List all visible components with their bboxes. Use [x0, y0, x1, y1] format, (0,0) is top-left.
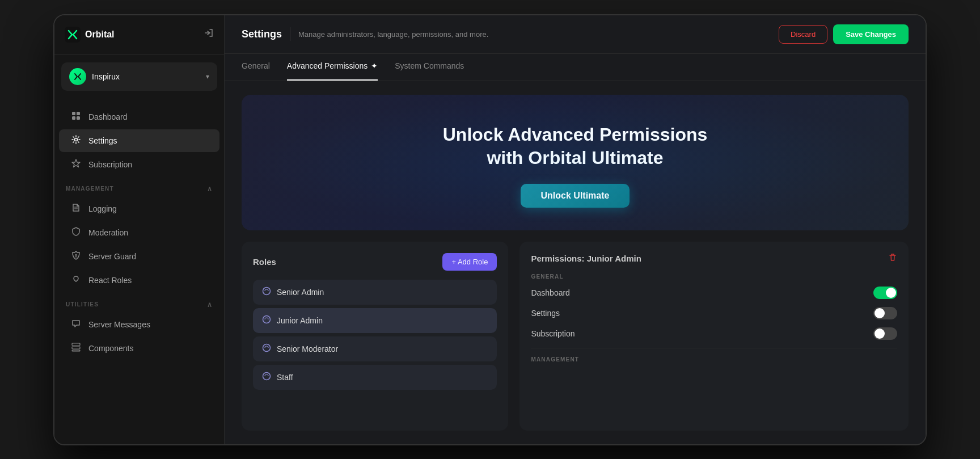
settings-icon [70, 135, 82, 146]
toggle-knob-subscription [875, 329, 885, 339]
server-avatar [69, 68, 86, 85]
permissions-panel: Permissions: Junior Admin GENERAL Dashbo… [519, 242, 909, 431]
sidebar-item-logging[interactable]: Logging [59, 197, 219, 220]
svg-point-16 [263, 372, 271, 380]
sidebar-item-subscription[interactable]: Subscription [59, 153, 219, 176]
role-name-junior-admin: Junior Admin [277, 316, 323, 325]
management-collapse-icon[interactable]: ∧ [207, 185, 213, 193]
unlock-banner: Unlock Advanced Permissionswith Orbital … [242, 95, 909, 230]
unlock-ultimate-button[interactable]: Unlock Ultimate [521, 184, 630, 208]
role-item-junior-admin[interactable]: Junior Admin [253, 308, 497, 333]
top-bar-left: Settings Manage administrators, language… [242, 27, 488, 41]
svg-rect-2 [77, 112, 80, 115]
svg-rect-1 [72, 112, 75, 115]
tab-general[interactable]: General [242, 54, 270, 81]
page-body: Unlock Advanced Permissionswith Orbital … [225, 81, 926, 444]
utilities-collapse-icon[interactable]: ∧ [207, 301, 213, 309]
role-item-senior-moderator[interactable]: Senior Moderator [253, 336, 497, 361]
roles-panel: Roles + Add Role Senior Admin [242, 242, 508, 431]
sidebar-item-label-react-roles: React Roles [88, 276, 132, 285]
logging-icon [70, 203, 82, 214]
moderation-icon [70, 227, 82, 238]
tab-advanced-permissions[interactable]: Advanced Permissions ✦ [287, 54, 378, 81]
perm-item-settings: Settings [531, 307, 897, 319]
tabs-bar: General Advanced Permissions ✦ System Co… [225, 54, 926, 81]
device-frame: Orbital Inspirux ▾ [53, 14, 927, 445]
svg-point-15 [263, 344, 271, 351]
role-icon-senior-admin [262, 287, 271, 298]
sidebar-item-dashboard[interactable]: Dashboard [59, 106, 219, 128]
sidebar-item-server-guard[interactable]: Server Guard [59, 245, 219, 268]
svg-rect-3 [72, 116, 75, 120]
top-bar-actions: Discard Save Changes [779, 24, 909, 44]
logo-area: Orbital [65, 27, 115, 43]
server-selector[interactable]: Inspirux ▾ [61, 62, 217, 91]
sidebar-nav: Dashboard Settings Subscription [54, 99, 224, 444]
svg-rect-10 [72, 343, 80, 346]
role-icon-junior-admin [262, 315, 271, 326]
sidebar-item-label-moderation: Moderation [88, 228, 128, 237]
sidebar-item-components[interactable]: Components [59, 337, 219, 360]
components-icon [70, 343, 82, 354]
perm-toggle-subscription[interactable] [873, 327, 897, 340]
tab-system-commands[interactable]: System Commands [395, 54, 464, 81]
tab-label-advanced-permissions: Advanced Permissions [287, 61, 368, 70]
role-item-senior-admin[interactable]: Senior Admin [253, 280, 497, 305]
exit-icon[interactable] [204, 28, 214, 41]
svg-point-14 [263, 315, 271, 323]
role-list: Senior Admin Junior Admin [253, 280, 497, 390]
react-roles-icon [70, 275, 82, 286]
delete-role-button[interactable] [888, 253, 897, 264]
chevron-down-icon: ▾ [206, 73, 209, 81]
perm-name-settings: Settings [531, 309, 560, 318]
role-name-staff: Staff [277, 373, 293, 382]
perm-name-dashboard: Dashboard [531, 288, 570, 297]
roles-permissions-row: Roles + Add Role Senior Admin [242, 242, 909, 431]
top-bar: Settings Manage administrators, language… [225, 15, 926, 54]
roles-label: Roles [253, 257, 276, 267]
perm-section-divider [531, 348, 897, 348]
utilities-section-label: UTILITIES ∧ [54, 293, 224, 312]
dashboard-icon [70, 111, 82, 123]
perm-item-subscription: Subscription [531, 327, 897, 340]
main-content: Settings Manage administrators, language… [225, 15, 926, 444]
perm-name-subscription: Subscription [531, 329, 575, 338]
sidebar-item-settings[interactable]: Settings [59, 129, 219, 152]
permissions-panel-header: Permissions: Junior Admin [531, 253, 897, 264]
sidebar-item-server-messages[interactable]: Server Messages [59, 313, 219, 336]
svg-point-5 [75, 138, 78, 141]
toggle-knob-settings [875, 308, 885, 318]
discard-button[interactable]: Discard [779, 25, 827, 44]
sidebar: Orbital Inspirux ▾ [54, 15, 225, 444]
perm-toggle-dashboard[interactable] [873, 287, 897, 299]
role-icon-senior-moderator [262, 343, 271, 355]
save-button[interactable]: Save Changes [833, 24, 909, 44]
perm-section-management: MANAGEMENT [531, 356, 897, 363]
svg-point-13 [263, 287, 271, 294]
app-name: Orbital [85, 30, 115, 40]
sparkle-icon: ✦ [371, 61, 378, 70]
svg-rect-4 [77, 116, 80, 120]
role-item-staff[interactable]: Staff [253, 365, 497, 390]
sidebar-item-label-settings: Settings [88, 136, 117, 145]
sidebar-item-label-logging: Logging [88, 204, 117, 213]
perm-section-general: GENERAL [531, 273, 897, 280]
orbital-logo-icon [65, 27, 81, 43]
sidebar-item-moderation[interactable]: Moderation [59, 221, 219, 244]
unlock-title: Unlock Advanced Permissionswith Orbital … [443, 123, 708, 170]
page-subtitle: Manage administrators, language, permiss… [298, 30, 488, 39]
server-name: Inspirux [92, 72, 200, 81]
subscription-icon [70, 159, 82, 170]
sidebar-item-label-subscription: Subscription [88, 160, 132, 169]
server-guard-icon [70, 251, 82, 262]
role-name-senior-admin: Senior Admin [277, 288, 324, 297]
add-role-button[interactable]: + Add Role [442, 253, 497, 271]
role-icon-staff [262, 372, 271, 383]
role-name-senior-moderator: Senior Moderator [277, 344, 338, 353]
server-messages-icon [70, 319, 82, 330]
perm-toggle-settings[interactable] [873, 307, 897, 319]
tab-label-general: General [242, 61, 270, 70]
sidebar-item-react-roles[interactable]: React Roles [59, 269, 219, 292]
permissions-title: Permissions: Junior Admin [531, 254, 641, 263]
management-section-label: MANAGEMENT ∧ [54, 177, 224, 196]
